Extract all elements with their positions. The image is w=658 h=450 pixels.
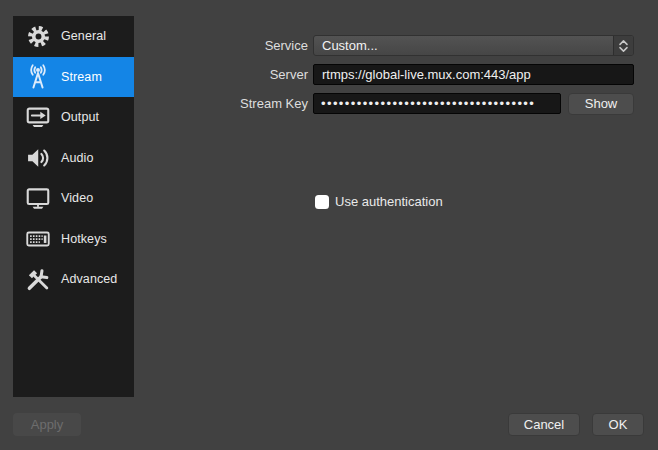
- ok-button[interactable]: OK: [592, 413, 644, 436]
- sidebar-item-label: Stream: [61, 70, 102, 84]
- sidebar-item-label: Advanced: [61, 272, 117, 286]
- sidebar-item-label: Hotkeys: [61, 232, 107, 246]
- apply-button[interactable]: Apply: [13, 413, 81, 436]
- sidebar-item-label: Video: [61, 191, 93, 205]
- stream-settings-form: Service Custom... Server Stream Key Show: [218, 35, 634, 122]
- service-selected-value: Custom...: [314, 38, 378, 53]
- sidebar-item-label: Output: [61, 110, 99, 124]
- service-row: Service Custom...: [218, 35, 634, 56]
- sidebar-item-hotkeys[interactable]: Hotkeys: [13, 219, 134, 260]
- sidebar-item-audio[interactable]: Audio: [13, 138, 134, 179]
- sidebar-item-advanced[interactable]: Advanced: [13, 259, 134, 300]
- sidebar-item-video[interactable]: Video: [13, 178, 134, 219]
- service-label: Service: [218, 38, 308, 53]
- server-label: Server: [218, 67, 308, 82]
- sidebar-item-stream[interactable]: Stream: [13, 57, 134, 98]
- output-icon: [21, 103, 55, 131]
- show-stream-key-button[interactable]: Show: [568, 93, 634, 115]
- sidebar-item-general[interactable]: General: [13, 16, 134, 57]
- dropdown-stepper[interactable]: [613, 36, 633, 55]
- hotkeys-icon: [21, 225, 55, 253]
- stream-key-row: Stream Key Show: [218, 93, 634, 114]
- stream-key-label: Stream Key: [218, 96, 308, 111]
- server-input[interactable]: [313, 64, 634, 85]
- audio-icon: [21, 144, 55, 172]
- gear-icon: [21, 22, 55, 50]
- video-icon: [21, 184, 55, 212]
- chevron-up-down-icon: [619, 40, 628, 52]
- cancel-button[interactable]: Cancel: [508, 413, 580, 436]
- sidebar-item-output[interactable]: Output: [13, 97, 134, 138]
- use-authentication-checkbox[interactable]: [315, 195, 329, 209]
- server-row: Server: [218, 64, 634, 85]
- sidebar-item-label: Audio: [61, 151, 93, 165]
- use-authentication-row: Use authentication: [315, 194, 443, 209]
- service-dropdown[interactable]: Custom...: [313, 35, 634, 56]
- settings-sidebar: General Stream Output: [13, 16, 134, 397]
- use-authentication-label: Use authentication: [335, 194, 443, 209]
- sidebar-item-label: General: [61, 29, 106, 43]
- advanced-icon: [21, 265, 55, 293]
- stream-key-input[interactable]: [313, 93, 561, 114]
- broadcast-icon: [21, 63, 55, 91]
